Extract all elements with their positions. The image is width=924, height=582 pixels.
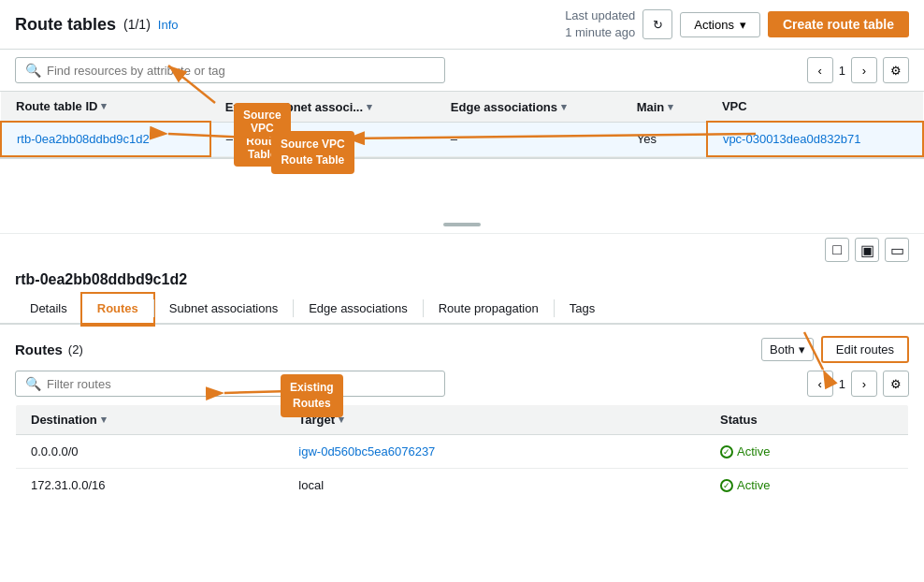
tab-details[interactable]: Details bbox=[15, 294, 82, 325]
gear-icon-2: ⚙ bbox=[890, 377, 902, 391]
dest-1: 172.31.0.0/16 bbox=[16, 469, 284, 502]
top-bar-right: Last updated 1 minute ago ↻ Actions ▾ Cr… bbox=[565, 7, 909, 41]
routes-prev-btn[interactable]: ‹ bbox=[807, 371, 833, 397]
top-bar-left: Route tables (1/1) Info bbox=[15, 15, 179, 35]
search-icon: 🔍 bbox=[25, 63, 41, 78]
dest-0: 0.0.0.0/0 bbox=[16, 435, 284, 469]
table-header-row: Route table ID ▾ Explicit subnet associ.… bbox=[1, 92, 923, 122]
chevron-down-icon-2: ▾ bbox=[799, 342, 805, 356]
vpc-link[interactable]: vpc-030013dea0d832b71 bbox=[723, 132, 860, 146]
col-explicit-subnet: Explicit subnet associ... ▾ bbox=[210, 92, 436, 122]
table-row[interactable]: rtb-0ea2bb08ddbd9c1d2 – – Yes vpc-030013… bbox=[1, 122, 923, 156]
sort-icon-dest: ▾ bbox=[101, 414, 107, 426]
refresh-icon: ↻ bbox=[653, 18, 663, 32]
page-number: 1 bbox=[839, 64, 845, 78]
search-input[interactable] bbox=[47, 64, 435, 78]
route-table-id-cell[interactable]: rtb-0ea2bb08ddbd9c1d2 bbox=[1, 122, 210, 156]
search-wrapper[interactable]: 🔍 bbox=[15, 57, 445, 83]
routes-page-num: 1 bbox=[839, 377, 845, 391]
routes-pagination: ‹ 1 › ⚙ bbox=[807, 371, 909, 397]
tab-tags[interactable]: Tags bbox=[555, 294, 610, 325]
active-icon-0: ✓ bbox=[720, 445, 733, 458]
page-title: Route tables bbox=[15, 15, 116, 35]
tab-routes[interactable]: Routes bbox=[82, 294, 153, 325]
routes-header-row: Destination ▾ Target ▾ Status bbox=[16, 405, 909, 435]
filter-wrapper[interactable]: 🔍 bbox=[15, 371, 445, 397]
search-bar: 🔍 ‹ 1 › ⚙ bbox=[0, 50, 924, 92]
route-count: (1/1) bbox=[123, 17, 151, 32]
detail-title: rtb-0ea2bb08ddbd9c1d2 bbox=[0, 262, 924, 288]
last-updated: Last updated 1 minute ago bbox=[565, 7, 635, 41]
routes-title-area: Routes (2) bbox=[15, 342, 83, 357]
panel-icon-btn-2[interactable]: ▣ bbox=[855, 238, 879, 262]
both-select[interactable]: Both ▾ bbox=[761, 338, 814, 361]
filter-search-icon: 🔍 bbox=[25, 376, 41, 391]
tab-edge-associations[interactable]: Edge associations bbox=[294, 294, 423, 325]
routes-settings-btn[interactable]: ⚙ bbox=[883, 371, 909, 397]
routes-header: Routes (2) Both ▾ Edit routes bbox=[15, 336, 909, 363]
col-target: Target ▾ bbox=[283, 405, 705, 435]
col-route-table-id: Route table ID ▾ bbox=[1, 92, 210, 122]
col-main: Main ▾ bbox=[622, 92, 707, 122]
chevron-down-icon: ▾ bbox=[740, 18, 746, 32]
sort-icon-edge: ▾ bbox=[561, 101, 567, 113]
routes-next-btn[interactable]: › bbox=[851, 371, 877, 397]
both-label: Both bbox=[770, 342, 795, 356]
detail-tabs: Details Routes Subnet associations Edge … bbox=[0, 294, 924, 325]
chevron-right-icon: › bbox=[862, 64, 866, 78]
target-link-0[interactable]: igw-0d560bc5ea6076237 bbox=[298, 444, 435, 458]
filter-routes-input[interactable] bbox=[47, 377, 435, 391]
edge-assoc-cell: – bbox=[436, 122, 622, 156]
col-destination: Destination ▾ bbox=[16, 405, 284, 435]
routes-title: Routes bbox=[15, 342, 63, 357]
col-vpc: VPC bbox=[707, 92, 923, 122]
route-tables-container: Route table ID ▾ Explicit subnet associ.… bbox=[0, 92, 924, 159]
top-bar: Route tables (1/1) Info Last updated 1 m… bbox=[0, 0, 924, 50]
status-0: ✓ Active bbox=[705, 435, 909, 469]
chevron-left-icon-2: ‹ bbox=[818, 377, 822, 391]
panel-icon-btn-1[interactable]: □ bbox=[825, 238, 849, 262]
routes-section: Routes (2) Both ▾ Edit routes 🔍 bbox=[0, 325, 924, 514]
chevron-left-icon: ‹ bbox=[818, 64, 822, 78]
next-page-button[interactable]: › bbox=[851, 57, 877, 83]
refresh-button[interactable]: ↻ bbox=[642, 9, 672, 39]
routes-count: (2) bbox=[68, 342, 83, 356]
gear-icon: ⚙ bbox=[890, 64, 902, 78]
col-edge-associations: Edge associations ▾ bbox=[436, 92, 622, 122]
target-0[interactable]: igw-0d560bc5ea6076237 bbox=[283, 435, 705, 469]
sort-icon-main: ▾ bbox=[668, 101, 673, 113]
route-table-id-link[interactable]: rtb-0ea2bb08ddbd9c1d2 bbox=[17, 132, 150, 146]
col-status: Status bbox=[705, 405, 909, 435]
pagination-controls: ‹ 1 › ⚙ bbox=[807, 57, 909, 83]
sort-icon-target: ▾ bbox=[339, 414, 344, 426]
tab-subnet-associations[interactable]: Subnet associations bbox=[154, 294, 293, 325]
sort-icon-subnet: ▾ bbox=[367, 101, 372, 113]
route-row-1[interactable]: 172.31.0.0/16 local ✓ Active bbox=[16, 469, 909, 502]
active-icon-1: ✓ bbox=[720, 479, 733, 492]
detail-panel: □ ▣ ▭ rtb-0ea2bb08ddbd9c1d2 Details Rout… bbox=[0, 234, 924, 514]
info-link[interactable]: Info bbox=[158, 18, 179, 32]
actions-button[interactable]: Actions ▾ bbox=[680, 12, 760, 37]
create-route-table-button[interactable]: Create route table bbox=[768, 11, 909, 37]
routes-controls: Both ▾ Edit routes bbox=[761, 336, 909, 363]
explicit-subnet-cell: – bbox=[210, 122, 436, 156]
active-status-1: ✓ Active bbox=[720, 478, 893, 492]
prev-page-button[interactable]: ‹ bbox=[807, 57, 833, 83]
panel-icon-btn-3[interactable]: ▭ bbox=[885, 238, 909, 262]
filter-row: 🔍 ‹ 1 › ⚙ bbox=[15, 371, 909, 397]
status-1: ✓ Active bbox=[705, 469, 909, 502]
sort-icon-route-id: ▾ bbox=[101, 100, 107, 112]
route-tables-table: Route table ID ▾ Explicit subnet associ.… bbox=[0, 92, 924, 157]
edit-routes-button[interactable]: Edit routes bbox=[821, 336, 909, 363]
routes-table: Destination ▾ Target ▾ Status bbox=[15, 404, 909, 502]
tab-route-propagation[interactable]: Route propagation bbox=[424, 294, 554, 325]
route-row-0[interactable]: 0.0.0.0/0 igw-0d560bc5ea6076237 ✓ Active bbox=[16, 435, 909, 469]
main-cell: Yes bbox=[622, 122, 707, 156]
target-1: local bbox=[283, 469, 705, 502]
active-status-0: ✓ Active bbox=[720, 444, 893, 458]
vpc-cell[interactable]: vpc-030013dea0d832b71 bbox=[707, 122, 923, 156]
chevron-right-icon-2: › bbox=[862, 377, 866, 391]
column-settings-button[interactable]: ⚙ bbox=[883, 57, 909, 83]
divider-area[interactable] bbox=[0, 215, 924, 234]
resize-handle[interactable] bbox=[443, 223, 481, 226]
